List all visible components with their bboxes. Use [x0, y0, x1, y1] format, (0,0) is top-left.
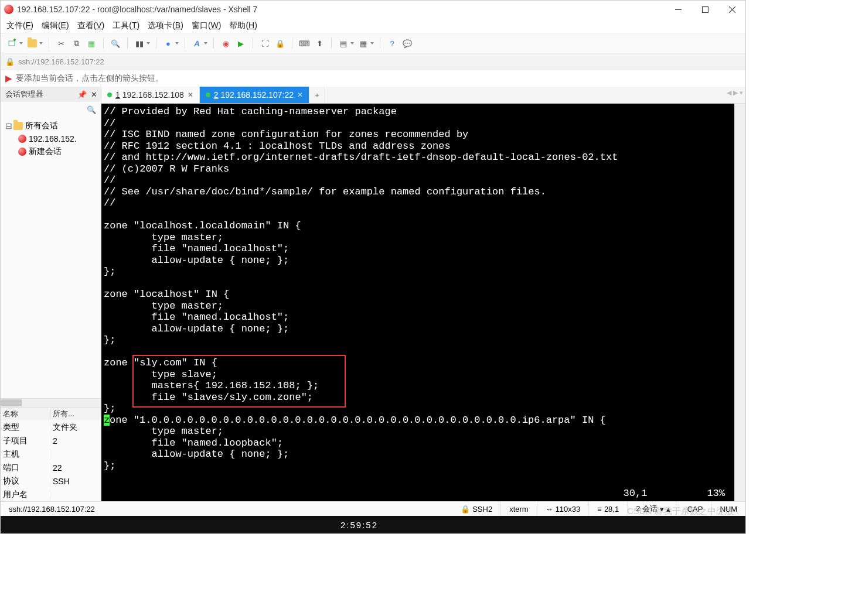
status-left: ssh://192.168.152.107:22	[1, 502, 322, 516]
tip-text: 要添加当前会话，点击左侧的箭头按钮。	[16, 73, 163, 84]
status-ssh: 🔒SSH2	[452, 502, 501, 516]
search-icon[interactable]: 🔍	[108, 36, 122, 50]
status-num: NUM	[711, 502, 745, 516]
minimize-button[interactable]	[665, 1, 692, 18]
menu-edit[interactable]: 编辑(E)	[42, 20, 69, 31]
tip-bar: ▶ 要添加当前会话，点击左侧的箭头按钮。	[1, 70, 745, 87]
tab-close-icon[interactable]: ✕	[188, 91, 193, 99]
cut-icon[interactable]: ✂	[54, 36, 68, 50]
lock-icon[interactable]: 🔒	[273, 36, 287, 50]
xshell-icon[interactable]: ◉	[219, 36, 233, 50]
address-bar[interactable]: 🔒 ssh://192.168.152.107:22	[1, 53, 745, 70]
terminal[interactable]: // Provided by Red Hat caching-nameserve…	[101, 104, 734, 501]
chat-icon[interactable]: 💬	[400, 36, 414, 50]
maximize-button[interactable]	[692, 1, 718, 18]
sidebar-search-icon[interactable]: 🔍	[87, 105, 96, 114]
tab-1[interactable]: 1 192.168.152.108 ✕	[101, 87, 200, 103]
up-icon[interactable]: ⬆	[312, 36, 326, 50]
panel-button[interactable]: ▮▮	[132, 36, 147, 50]
open-button[interactable]	[25, 36, 39, 50]
session-icon	[18, 148, 26, 156]
copy-icon[interactable]: ⧉	[69, 36, 83, 50]
tabstrip: 1 192.168.152.108 ✕ 2 192.168.152.107:22…	[101, 87, 745, 104]
prop-col-name: 名称	[1, 409, 50, 419]
grid-icon[interactable]: ▦	[356, 36, 370, 50]
menu-tabs[interactable]: 选项卡(B)	[148, 20, 183, 31]
session-manager-panel: 会话管理器 📌 ✕ 🔍 ⊟ 所有会话 192.168.152. 新建会话	[1, 87, 101, 501]
tree-item-label: 新建会话	[29, 146, 62, 157]
status-term: xterm	[501, 502, 537, 516]
tree-root[interactable]: ⊟ 所有会话	[3, 119, 98, 132]
prop-key: 类型	[1, 422, 50, 433]
tree-item[interactable]: 192.168.152.	[3, 132, 98, 145]
clock: 2:59:52	[340, 520, 378, 530]
menubar: 文件(F) 编辑(E) 查看(V) 工具(T) 选项卡(B) 窗口(W) 帮助(…	[1, 18, 745, 33]
prop-val: 2	[50, 436, 101, 446]
globe-icon[interactable]: ●	[161, 36, 175, 50]
prop-table: 类型文件夹 子项目2 主机 端口22 协议SSH 用户名	[1, 420, 101, 501]
titlebar: 192.168.152.107:22 - root@localhost:/var…	[1, 1, 745, 18]
status-dot-icon	[206, 93, 210, 97]
tab-number: 1	[115, 90, 120, 100]
tab-label: 192.168.152.108	[120, 90, 184, 100]
paste-icon[interactable]: ▦	[84, 36, 98, 50]
lock-icon: 🔒	[461, 505, 470, 514]
session-icon	[18, 135, 26, 143]
prop-key: 用户名	[1, 490, 50, 500]
prop-key: 协议	[1, 476, 50, 487]
window-title: 192.168.152.107:22 - root@localhost:/var…	[17, 5, 665, 14]
panel-title: 会话管理器	[5, 89, 43, 100]
prop-key: 子项目	[1, 436, 50, 446]
status-sessions[interactable]: 2 会话 ▾ ▴	[628, 502, 679, 516]
font-button[interactable]: A	[190, 36, 204, 50]
prop-val: SSH	[50, 477, 101, 486]
tab-nav[interactable]: ◀ ▶ ▾	[727, 89, 743, 97]
address-lock-icon: 🔒	[5, 57, 15, 66]
highlight-box	[132, 355, 346, 408]
menu-file[interactable]: 文件(F)	[6, 20, 33, 31]
svg-rect-1	[702, 6, 708, 12]
prop-val: 22	[50, 463, 101, 473]
menu-view[interactable]: 查看(V)	[77, 20, 105, 31]
panel-close-icon[interactable]: ✕	[91, 90, 97, 99]
tab-add-button[interactable]: +	[309, 87, 325, 103]
prop-val: 文件夹	[50, 422, 101, 433]
new-session-button[interactable]	[5, 36, 19, 50]
menu-window[interactable]: 窗口(W)	[192, 20, 222, 31]
pin-icon[interactable]: 📌	[77, 90, 87, 99]
fullscreen-icon[interactable]: ⛶	[258, 36, 272, 50]
prop-key: 主机	[1, 449, 50, 460]
session-tree[interactable]: ⊟ 所有会话 192.168.152. 新建会话	[1, 117, 101, 398]
tab-2[interactable]: 2 192.168.152.107:22 ✕	[200, 87, 309, 103]
address-url: ssh://192.168.152.107:22	[18, 57, 104, 66]
svg-rect-4	[9, 41, 15, 46]
taskbar-strip: 2:59:52	[1, 516, 745, 533]
terminal-scrollbar[interactable]	[734, 104, 745, 501]
tab-label: 192.168.152.107:22	[219, 90, 294, 100]
panel-header: 会话管理器 📌 ✕	[1, 87, 101, 102]
folder-icon	[13, 122, 23, 130]
keyboard-icon[interactable]: ⌨	[297, 36, 311, 50]
status-pos: ≡ 28,1	[589, 502, 628, 516]
prop-col-all: 所有...	[50, 409, 101, 419]
help-icon[interactable]: ?	[385, 36, 399, 50]
tree-item-label: 192.168.152.	[29, 134, 77, 143]
menu-tools[interactable]: 工具(T)	[113, 20, 139, 31]
app-icon	[4, 5, 13, 14]
tab-number: 2	[214, 90, 219, 100]
list-icon[interactable]: ▤	[336, 36, 350, 50]
prop-key: 端口	[1, 463, 50, 473]
tab-close-icon[interactable]: ✕	[297, 91, 303, 99]
toolbar: ✂ ⧉ ▦ 🔍 ▮▮ ● A ◉ ▶ ⛶ 🔒 ⌨ ⬆ ▤ ▦ ? 💬	[1, 33, 745, 53]
menu-help[interactable]: 帮助(H)	[229, 20, 257, 31]
tree-root-label: 所有会话	[25, 121, 58, 131]
flag-icon: ▶	[5, 73, 12, 84]
tree-item[interactable]: 新建会话	[3, 145, 98, 158]
status-size: ↔ 110x33	[537, 502, 590, 516]
prop-columns: 名称 所有...	[1, 408, 101, 420]
collapse-icon[interactable]: ⊟	[5, 121, 11, 131]
status-dot-icon	[107, 93, 112, 97]
sidebar-hscroll[interactable]	[1, 398, 101, 407]
play-icon[interactable]: ▶	[234, 36, 248, 50]
close-button[interactable]	[718, 1, 745, 18]
